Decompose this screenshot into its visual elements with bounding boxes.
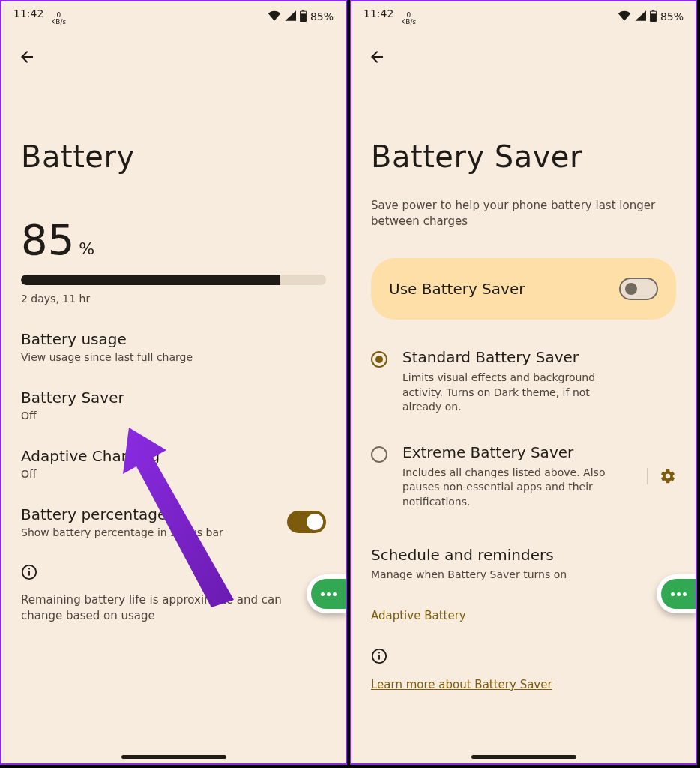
mode-extreme[interactable]: Extreme Battery Saver Includes all chang… bbox=[371, 443, 676, 510]
status-bar: 11:42 0KB/s 85% bbox=[351, 2, 696, 26]
battery-icon bbox=[299, 10, 307, 24]
battery-saver-row[interactable]: Battery Saver Off bbox=[21, 388, 326, 422]
screen-battery-saver: 11:42 0KB/s 85% Batte bbox=[350, 0, 697, 765]
battery-percentage-row[interactable]: Battery percentage Show battery percenta… bbox=[21, 506, 326, 538]
extreme-settings-button[interactable] bbox=[647, 468, 676, 484]
svg-rect-1 bbox=[302, 10, 305, 11]
adaptive-charging-row[interactable]: Adaptive Charging Off bbox=[21, 447, 326, 480]
signal-icon bbox=[284, 10, 296, 23]
svg-rect-12 bbox=[378, 652, 380, 653]
back-button[interactable] bbox=[12, 42, 42, 72]
use-battery-saver-toggle[interactable] bbox=[619, 278, 658, 300]
more-icon bbox=[671, 592, 687, 596]
svg-rect-2 bbox=[301, 11, 306, 14]
battery-percentage-toggle[interactable] bbox=[287, 511, 326, 533]
gesture-bar bbox=[121, 755, 226, 759]
mode-standard[interactable]: Standard Battery Saver Limits visual eff… bbox=[371, 348, 676, 415]
page-title: Battery bbox=[21, 140, 326, 174]
status-battery-pct: 85% bbox=[660, 10, 684, 22]
adaptive-battery-link[interactable]: Adaptive Battery bbox=[371, 609, 676, 622]
schedule-sub: Manage when Battery Saver turns on bbox=[371, 568, 676, 580]
battery-estimate: 2 days, 11 hr bbox=[21, 292, 326, 304]
signal-icon bbox=[634, 10, 646, 23]
info-footer: Remaining battery life is approximate an… bbox=[21, 592, 326, 624]
status-time: 11:42 bbox=[13, 8, 43, 20]
battery-usage-row[interactable]: Battery usage View usage since last full… bbox=[21, 330, 326, 363]
info-icon bbox=[371, 648, 676, 668]
gear-icon bbox=[660, 468, 676, 484]
status-network-rate: 0KB/s bbox=[51, 12, 66, 26]
status-network-rate: 0KB/s bbox=[401, 12, 416, 26]
more-icon bbox=[321, 592, 337, 596]
svg-rect-11 bbox=[378, 655, 380, 659]
page-title: Battery Saver bbox=[371, 140, 676, 174]
status-time: 11:42 bbox=[363, 8, 393, 20]
use-battery-saver-card[interactable]: Use Battery Saver bbox=[371, 258, 676, 320]
use-battery-saver-label: Use Battery Saver bbox=[389, 280, 525, 298]
gesture-bar bbox=[471, 755, 576, 759]
page-description: Save power to help your phone battery la… bbox=[371, 198, 676, 230]
svg-rect-4 bbox=[28, 571, 30, 575]
svg-rect-5 bbox=[28, 568, 30, 570]
battery-bar bbox=[21, 274, 326, 285]
wifi-icon bbox=[268, 10, 281, 23]
schedule-row[interactable]: Schedule and reminders bbox=[371, 546, 676, 564]
learn-more-link[interactable]: Learn more about Battery Saver bbox=[371, 678, 676, 692]
info-icon bbox=[21, 564, 326, 580]
wifi-icon bbox=[618, 10, 631, 23]
back-button[interactable] bbox=[362, 42, 392, 72]
radio-selected-icon bbox=[371, 351, 387, 368]
radio-unselected-icon bbox=[371, 446, 387, 463]
fab-more[interactable] bbox=[657, 574, 696, 614]
svg-rect-9 bbox=[651, 11, 656, 14]
battery-icon bbox=[649, 10, 657, 24]
status-battery-pct: 85% bbox=[310, 10, 334, 22]
screen-battery: 11:42 0KB/s 85% Batte bbox=[0, 0, 347, 765]
status-bar: 11:42 0KB/s 85% bbox=[1, 2, 346, 26]
battery-percentage-readout: 85 % bbox=[21, 219, 326, 261]
svg-rect-8 bbox=[652, 10, 655, 11]
fab-more[interactable] bbox=[307, 574, 346, 614]
